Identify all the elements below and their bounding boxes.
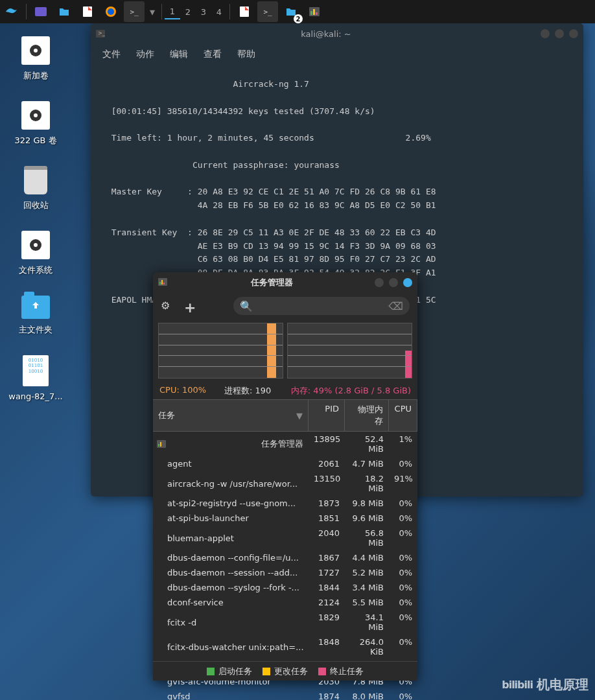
bilibili-logo: bilibili <box>502 679 533 691</box>
workspace-4[interactable]: 4 <box>211 4 227 19</box>
terminal-titlebar[interactable]: >_ kali@kali: ~ <box>91 23 583 44</box>
task-cpu: 1% <box>389 434 417 454</box>
col-task-header[interactable]: 任务▼ <box>153 400 309 431</box>
task-cpu: 0% <box>389 513 417 524</box>
task-pid: 1848 <box>309 636 345 657</box>
cpu-graph <box>158 323 283 379</box>
svg-point-3 <box>108 8 114 15</box>
text-editor-icon[interactable] <box>77 1 98 22</box>
process-row[interactable]: gvfsd18748.0 MiB0% <box>153 689 417 700</box>
svg-rect-7 <box>313 9 315 15</box>
task-name: 任务管理器 <box>153 434 309 454</box>
taskmgr-title: 任务管理器 <box>169 277 375 288</box>
running-terminal-icon[interactable]: >_ <box>257 1 278 22</box>
kali-menu-icon[interactable] <box>1 1 22 22</box>
process-row[interactable]: agent20614.7 MiB0% <box>153 456 417 471</box>
task-pid: 13895 <box>309 434 345 454</box>
search-box[interactable]: 🔍 ⌫ <box>233 297 410 315</box>
task-cpu: 0% <box>389 498 417 509</box>
task-mem: 9.6 MiB <box>345 513 389 524</box>
process-row[interactable]: dbus-daemon --config-file=/u...18674.4 M… <box>153 550 417 565</box>
task-mem: 18.2 MiB <box>345 473 389 494</box>
show-desktop-icon[interactable] <box>30 1 51 22</box>
process-row[interactable]: blueman-applet204056.8 MiB0% <box>153 526 417 550</box>
close-button[interactable] <box>569 29 578 38</box>
running-files-icon[interactable]: 2 <box>281 1 301 22</box>
workspace-3[interactable]: 3 <box>196 4 211 19</box>
task-name: blueman-applet <box>153 528 309 548</box>
process-row[interactable]: dbus-daemon --session --add...17275.2 Mi… <box>153 565 417 580</box>
terminal-title-icon: >_ <box>96 29 106 39</box>
col-cpu-header[interactable]: CPU <box>389 400 417 431</box>
process-row[interactable]: fcitx -d182934.1 MiB0% <box>153 610 417 635</box>
task-pid: 2040 <box>309 528 345 548</box>
menu-文件[interactable]: 文件 <box>96 46 127 63</box>
process-row[interactable]: at-spi2-registryd --use-gnom...18739.8 M… <box>153 496 417 511</box>
desktop: 新加卷322 GB 卷回收站文件系统主文件夹010100110110010wan… <box>0 23 71 434</box>
memory-stat: 内存: 49% (2.8 GiB / 5.8 GiB) <box>289 385 411 397</box>
taskmgr-titlebar[interactable]: 任务管理器 <box>153 272 417 293</box>
workspace-1[interactable]: 1 <box>165 4 180 19</box>
menu-编辑[interactable]: 编辑 <box>163 46 194 63</box>
icon-label: 回收站 <box>6 200 65 211</box>
process-row[interactable]: 任务管理器1389552.4 MiB1% <box>153 432 417 456</box>
col-mem-header[interactable]: 物理内存 <box>345 400 389 431</box>
desktop-icon-文件系统[interactable]: 文件系统 <box>6 231 65 276</box>
task-name: aircrack-ng -w /usr/share/wor... <box>153 473 309 494</box>
task-cpu: 0% <box>389 458 417 469</box>
maximize-button[interactable] <box>555 29 564 38</box>
svg-text:>_: >_ <box>98 30 105 36</box>
task-pid: 1829 <box>309 612 345 633</box>
terminal-title: kali@kali: ~ <box>111 29 541 39</box>
task-name: agent <box>153 458 309 469</box>
running-app-1-icon[interactable] <box>234 1 255 22</box>
legend-启动任务: 启动任务 <box>207 666 252 677</box>
process-row[interactable]: dbus-daemon --syslog --fork -...18443.4 … <box>153 580 417 595</box>
search-icon: 🔍 <box>240 300 253 312</box>
col-pid-header[interactable]: PID <box>309 400 345 431</box>
process-table: 任务▼ PID 物理内存 CPU 任务管理器1389552.4 MiB1%age… <box>153 399 417 700</box>
svg-rect-6 <box>310 11 312 15</box>
task-name: fcitx-dbus-watcher unix:path=... <box>153 636 309 657</box>
desktop-icon-322 GB 卷[interactable]: 322 GB 卷 <box>6 101 65 146</box>
workspace-2[interactable]: 2 <box>180 4 196 19</box>
task-pid: 1844 <box>309 582 345 593</box>
task-name: at-spi-bus-launcher <box>153 513 309 524</box>
process-row[interactable]: dconf-service21245.5 MiB0% <box>153 595 417 610</box>
task-mem: 56.8 MiB <box>345 528 389 548</box>
file-manager-icon[interactable] <box>54 1 75 22</box>
desktop-icon-wang-82_7...[interactable]: 010100110110010wang-82_7... <box>6 355 65 401</box>
watermark: bilibili 机电原理 <box>502 676 589 694</box>
watermark-text: 机电原理 <box>537 676 589 694</box>
search-input[interactable] <box>257 301 388 311</box>
add-icon[interactable]: + <box>184 299 197 312</box>
icon-label: 文件系统 <box>6 264 65 276</box>
desktop-icon-回收站[interactable]: 回收站 <box>6 166 65 211</box>
task-mem: 5.2 MiB <box>345 567 389 578</box>
icon-label: 322 GB 卷 <box>6 135 65 146</box>
taskmgr-minimize-button[interactable] <box>375 278 384 287</box>
running-taskmgr-icon[interactable] <box>304 1 325 22</box>
settings-icon[interactable]: ⚙ <box>161 299 174 312</box>
taskmgr-close-button[interactable] <box>403 278 412 287</box>
process-row[interactable]: at-spi-bus-launcher18519.6 MiB0% <box>153 511 417 526</box>
table-header: 任务▼ PID 物理内存 CPU <box>153 399 417 432</box>
process-row[interactable]: aircrack-ng -w /usr/share/wor...1315018.… <box>153 471 417 496</box>
svg-rect-1 <box>83 6 92 17</box>
process-count: 进程数: 190 <box>224 385 289 397</box>
legend-终止任务: 终止任务 <box>318 666 364 677</box>
process-row[interactable]: fcitx-dbus-watcher unix:path=...1848264.… <box>153 635 417 659</box>
firefox-icon[interactable] <box>100 1 121 22</box>
menu-帮助[interactable]: 帮助 <box>231 46 262 63</box>
menu-查看[interactable]: 查看 <box>197 46 228 63</box>
menu-动作[interactable]: 动作 <box>130 46 161 63</box>
taskmgr-maximize-button[interactable] <box>389 278 398 287</box>
terminal-dropdown-icon[interactable]: ▾ <box>147 1 158 22</box>
clear-search-icon[interactable]: ⌫ <box>388 300 403 312</box>
terminal-launcher-icon[interactable]: >_ <box>124 1 145 22</box>
task-pid: 1867 <box>309 552 345 563</box>
desktop-icon-新加卷[interactable]: 新加卷 <box>6 36 65 82</box>
task-cpu: 91% <box>389 473 417 494</box>
desktop-icon-主文件夹[interactable]: 主文件夹 <box>6 296 65 336</box>
minimize-button[interactable] <box>541 29 550 38</box>
